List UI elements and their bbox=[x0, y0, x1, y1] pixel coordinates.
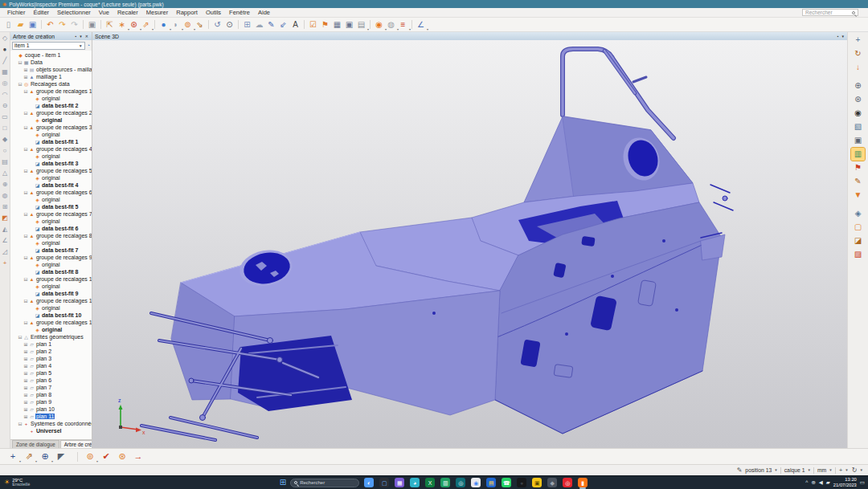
hand-select-icon[interactable]: ◈ bbox=[851, 207, 865, 220]
tree-expander-icon[interactable]: ⊟ bbox=[18, 335, 23, 340]
rotate-view-icon[interactable]: ↻ bbox=[851, 47, 865, 60]
probe-align-icon[interactable]: ⇗ bbox=[140, 18, 152, 31]
tree-row[interactable]: ◪ data best-fit 8 bbox=[10, 268, 92, 275]
taskbar-app-gray[interactable]: ◆ bbox=[547, 477, 558, 489]
report-flag-icon[interactable]: ⚑ bbox=[319, 18, 331, 31]
tree-row[interactable]: ◪ data best-fit 9 bbox=[10, 290, 92, 297]
tree-expander-icon[interactable]: ⊞ bbox=[23, 371, 28, 376]
taskbar-app-green[interactable]: ▥ bbox=[440, 477, 451, 489]
tree-row[interactable]: ◈ original bbox=[10, 153, 92, 160]
circle-tool-icon[interactable]: ○ bbox=[3, 148, 7, 154]
triangle-tool-icon[interactable]: ◿ bbox=[2, 249, 7, 255]
tree-row[interactable]: + Universel bbox=[10, 427, 92, 434]
viewport-pin-icon[interactable]: ▪ bbox=[837, 34, 840, 39]
menu-item[interactable]: Mesurer bbox=[142, 8, 173, 17]
checklist-icon[interactable]: ☑ bbox=[307, 18, 319, 31]
menu-item[interactable]: Sélectionner bbox=[53, 8, 95, 17]
colormap-icon[interactable]: ▥ bbox=[851, 148, 865, 161]
play-macro-icon[interactable]: ◉ bbox=[373, 18, 385, 31]
tree-row[interactable]: ⊟ ▲ groupe de recalages 2 bbox=[10, 109, 92, 116]
taskbar-search[interactable]: Rechercher bbox=[290, 479, 359, 487]
line-tool-icon[interactable]: ╱ bbox=[3, 58, 7, 64]
tree-expander-icon[interactable]: ⊟ bbox=[23, 320, 28, 325]
tree-row[interactable]: ⊟ ▲ groupe de recalages 9 bbox=[10, 254, 92, 261]
probe-arm-icon[interactable]: ⇘ bbox=[194, 18, 206, 31]
tree-row[interactable]: ◈ original bbox=[10, 218, 92, 225]
tree-row[interactable]: ⊟ ▲ groupe de recalages 6 bbox=[10, 189, 92, 196]
menu-item[interactable]: Outils bbox=[202, 8, 225, 17]
tree-expander-icon[interactable]: ⊟ bbox=[23, 277, 28, 282]
zoom-in-icon[interactable]: ⊕ bbox=[851, 79, 865, 92]
menu-item[interactable]: Fenêtre bbox=[225, 8, 254, 17]
probe-pen-icon[interactable]: ✎ bbox=[851, 175, 865, 188]
tree-row[interactable]: ◆ coque - item 1 bbox=[10, 51, 92, 59]
record-icon[interactable]: ◍ bbox=[385, 18, 397, 31]
taskbar-app-notes[interactable]: ▣ bbox=[531, 477, 542, 489]
tree-expander-icon[interactable]: ⊞ bbox=[23, 385, 28, 390]
tray-volume-icon[interactable]: ◀ bbox=[819, 480, 823, 486]
tree-row[interactable]: ⊟ ▲ groupe de recalages 1 bbox=[10, 88, 92, 95]
tree-expander-icon[interactable]: ⊞ bbox=[23, 393, 28, 397]
import-object-icon[interactable]: ⇱ bbox=[104, 18, 116, 31]
best-fit-icon[interactable]: ⊛ bbox=[128, 18, 140, 31]
align-points-icon[interactable]: ∗ bbox=[116, 18, 128, 31]
panel-tab[interactable]: Arbre de création bbox=[60, 440, 92, 448]
cone-tool-icon[interactable]: △ bbox=[2, 170, 7, 177]
zoom-tool-icon[interactable]: ⊙ bbox=[223, 18, 235, 31]
tree-row[interactable]: ◈ original bbox=[10, 239, 92, 247]
redo-icon[interactable]: ↷ bbox=[56, 18, 68, 31]
gauge-icon[interactable]: ⊚ bbox=[182, 18, 194, 31]
zoom-window-icon[interactable]: ⊛ bbox=[851, 93, 865, 106]
scripts-icon[interactable]: ≡ bbox=[397, 18, 409, 31]
tree-expander-icon[interactable]: ⊟ bbox=[23, 125, 28, 130]
taskbar-app-teams[interactable]: ◎ bbox=[455, 477, 466, 489]
align-device-icon[interactable]: ⊛ bbox=[116, 450, 129, 463]
filter-options-icon[interactable]: ◔ bbox=[87, 43, 90, 48]
tree-expander-icon[interactable]: ⊞ bbox=[23, 342, 28, 347]
tree-row[interactable]: ⊟ △ Entités géométriques bbox=[10, 333, 92, 340]
notification-icon[interactable]: ▭ bbox=[860, 480, 865, 486]
taskbar-app-chrome[interactable]: ◉ bbox=[470, 477, 481, 489]
tree-expander-icon[interactable]: ⊞ bbox=[23, 357, 28, 361]
panel-close-icon[interactable]: ✕ bbox=[84, 34, 89, 39]
menu-item[interactable]: Aide bbox=[254, 8, 274, 17]
scan-gun-icon[interactable]: ⇗ bbox=[23, 450, 35, 463]
taskbar-app-mail[interactable]: ▤ bbox=[485, 477, 497, 489]
disc-tool-icon[interactable]: ◎ bbox=[2, 80, 8, 87]
taskbar-app-office[interactable]: ▦ bbox=[394, 477, 405, 489]
tree-row[interactable]: ⊞ ▤ objets sources - maillage 1 bbox=[10, 66, 92, 73]
tree-row[interactable]: ⊞ ▱ plan 5 bbox=[10, 369, 92, 377]
tree-expander-icon[interactable]: ⊞ bbox=[23, 349, 28, 354]
spheres-group-icon[interactable]: ⊚ bbox=[84, 450, 96, 463]
tree-row[interactable]: ⊟ ▲ groupe de recalages 12 bbox=[10, 319, 92, 326]
tree-expander-icon[interactable]: ⊞ bbox=[23, 378, 28, 383]
tree-row[interactable]: ⊟ ▲ groupe de recalages 3 bbox=[10, 124, 92, 131]
tray-chevron-up-icon[interactable]: ^ bbox=[805, 480, 808, 486]
tree-row[interactable]: ◪ data best-fit 10 bbox=[10, 312, 92, 319]
tree-row[interactable]: ◪ data best-fit 2 bbox=[10, 102, 92, 109]
tree-row[interactable]: ◪ data best-fit 4 bbox=[10, 181, 92, 189]
probe-point-icon[interactable]: + bbox=[6, 450, 19, 463]
tree-expander-icon[interactable]: ⊞ bbox=[23, 67, 28, 72]
taskbar-app-whatsapp[interactable]: ☎ bbox=[501, 477, 512, 489]
tree-row[interactable]: ◈ original bbox=[10, 174, 92, 181]
panel-pin-icon[interactable]: ▪ bbox=[75, 34, 78, 39]
probe-tool-icon[interactable]: ⇙ bbox=[277, 18, 289, 31]
tree-expander-icon[interactable]: ⊟ bbox=[18, 82, 23, 87]
status-dropdown[interactable]: mm ▼ bbox=[817, 467, 836, 474]
scanner-icon[interactable]: ◗ bbox=[170, 18, 182, 31]
menu-item[interactable]: Recaler bbox=[113, 8, 142, 17]
redo-alt-icon[interactable]: ↷ bbox=[68, 18, 80, 31]
tree-row[interactable]: ◪ data best-fit 6 bbox=[10, 225, 92, 232]
chart-icon[interactable]: ∠ bbox=[415, 18, 427, 31]
tree-row[interactable]: ◈ original bbox=[10, 116, 92, 124]
tree-expander-icon[interactable]: ⊟ bbox=[18, 422, 23, 426]
save-icon[interactable]: ▣ bbox=[27, 18, 39, 31]
tree-row[interactable]: ⊟ ◎ Recalages data bbox=[10, 80, 92, 88]
taskbar-clock[interactable]: 13:20 21/07/2023 bbox=[833, 477, 857, 487]
tree-row[interactable]: ⊞ ▱ plan 3 bbox=[10, 355, 92, 362]
tree-row[interactable]: ⊞ ▱ plan 4 bbox=[10, 362, 92, 369]
tree-row[interactable]: ⊟ ▲ groupe de recalages 11 bbox=[10, 297, 92, 304]
panel-tab[interactable]: Zone de dialogue bbox=[12, 440, 59, 448]
sphere-icon[interactable]: ● bbox=[158, 18, 170, 31]
